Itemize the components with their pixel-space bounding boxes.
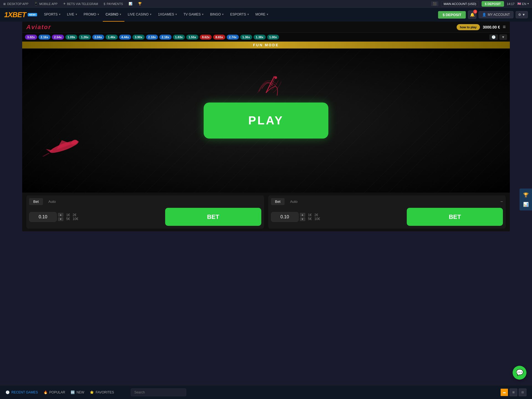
multiplier-badge[interactable]: 3.90x [132, 35, 145, 40]
trophy-icon: 🏆 [138, 2, 142, 6]
bet-tab-2[interactable]: Bet [271, 198, 285, 205]
settings-button[interactable]: ⚙ ▼ [516, 11, 528, 18]
telegram-link[interactable]: ✈ BETS VIA TELEGRAM [63, 2, 98, 6]
aviator-header: Aviator how to play 3000.00 € ≡ [22, 22, 510, 33]
topbar-right: ⬛ MAIN ACCOUNT (USD) DEPOSIT 14:17 🇬🇧 EN… [431, 1, 529, 7]
favorites-tab[interactable]: ⭐ FAVORITES [90, 390, 114, 394]
multiplier-badge[interactable]: 2.18x [159, 35, 172, 40]
play-button[interactable]: PLAY [204, 103, 328, 139]
preset-1e-2[interactable]: 1€ [308, 213, 312, 217]
chevron-down-icon: ▼ [97, 13, 99, 16]
multiplier-badge[interactable]: 2.74x [227, 35, 239, 40]
mobile-app-link[interactable]: 📱 MOBILE APP [34, 2, 58, 6]
menu-icon[interactable]: ≡ [503, 24, 506, 30]
grid-view-2-btn[interactable]: ⊞ [510, 388, 517, 396]
nav-esports[interactable]: ESPORTS ▼ [227, 8, 252, 22]
nav-casino[interactable]: CASINO ▼ [103, 8, 124, 22]
game-canvas: PLAY [22, 48, 510, 193]
bet-tab-1[interactable]: Bet [29, 198, 43, 205]
expand-button[interactable]: ▼ [499, 34, 507, 40]
remove-panel-icon[interactable]: − [500, 199, 503, 204]
how-to-play-button[interactable]: how to play [457, 24, 480, 30]
nav-more[interactable]: MORE ▼ [253, 8, 272, 22]
multiplier-badge[interactable]: 4.44x [119, 35, 131, 40]
multiplier-badge[interactable]: 1.36x [240, 35, 252, 40]
right-panel-trophy-btn[interactable]: 🏆 [522, 191, 530, 199]
bet-increase-1[interactable]: ▲ [58, 213, 63, 217]
nav-tv-games[interactable]: TV GAMES ▼ [181, 8, 207, 22]
multiplier-badge[interactable]: 1.55x [186, 35, 198, 40]
aviator-logo: Aviator [26, 24, 51, 31]
notification-button[interactable]: 🔔 1 [468, 11, 476, 19]
nav-live-casino[interactable]: LIVE CASINO ▼ [125, 8, 155, 22]
nav-live[interactable]: LIVE ▼ [64, 8, 80, 22]
bet-amount-input-1[interactable]: 0.10 [29, 212, 57, 222]
bet-button-2[interactable]: BET [407, 208, 503, 226]
payments-link[interactable]: $ PAYMENTS [104, 2, 123, 6]
trophy-link[interactable]: 🏆 [138, 2, 142, 6]
popular-label: POPULAR [49, 390, 65, 394]
multiplier-badge[interactable]: 8.62x [200, 35, 212, 40]
multiplier-badge[interactable]: 1.38x [254, 35, 266, 40]
auto-tab-2[interactable]: Auto [286, 198, 302, 205]
new-tab[interactable]: 🆕 NEW [71, 390, 84, 394]
chevron-down-icon: ▼ [175, 13, 177, 16]
account-balance-display[interactable]: MAIN ACCOUNT (USD) [441, 1, 479, 7]
qr-button[interactable]: ⬛ [431, 1, 438, 6]
telegram-icon: ✈ [63, 2, 66, 6]
multiplier-badge[interactable]: 2.16x [39, 35, 51, 40]
multiplier-badge[interactable]: 2.04x [92, 35, 104, 40]
multiplier-badge[interactable]: 8.65x [213, 35, 225, 40]
popular-tab[interactable]: 🔥 POPULAR [44, 390, 65, 394]
fun-mode-banner: FUN MODE [22, 42, 510, 48]
multiplier-badge[interactable]: 1.83x [173, 35, 185, 40]
multiplier-badge[interactable]: 2.18x [146, 35, 158, 40]
preset-1e-1[interactable]: 1€ [66, 213, 70, 217]
right-panel-stats-btn[interactable]: 📊 [522, 200, 530, 208]
logo-wrapper[interactable]: 1XBET NEW! [4, 11, 37, 19]
nav-sports[interactable]: SPORTS ▼ [41, 8, 64, 22]
clock-icon: 🕐 [6, 390, 10, 394]
bet-section-2: Bet Auto − 0.10 ▲ ▼ 1€ 2€ [268, 195, 506, 229]
deposit-button[interactable]: DEPOSIT [482, 1, 504, 7]
multiplier-badge[interactable]: 2.54x [52, 35, 64, 40]
recent-games-tab[interactable]: 🕐 RECENT GAMES [6, 390, 38, 394]
bet-preset-row-2: 5€ 10€ [66, 217, 162, 221]
preset-10e-2[interactable]: 10€ [314, 217, 320, 221]
multiplier-badge[interactable]: 1.26x [79, 35, 91, 40]
chat-button[interactable]: 💬 [513, 366, 526, 380]
view-toggle-group: ▬ ⊞ ⊟ [500, 388, 526, 396]
search-input[interactable] [131, 388, 186, 396]
bottom-bar: 🕐 RECENT GAMES 🔥 POPULAR 🆕 NEW ⭐ FAVORIT… [0, 385, 532, 399]
multiplier-badge[interactable]: 3.02x [25, 35, 37, 40]
fire-icon: 🔥 [44, 390, 48, 394]
multiplier-badge[interactable]: 1.00x [267, 35, 279, 40]
list-view-btn[interactable]: ▬ [500, 388, 508, 396]
desktop-app-link[interactable]: 🖥 DESKTOP APP [3, 2, 29, 6]
language-selector[interactable]: 🇬🇧 EN ▼ [517, 2, 529, 6]
nav-bingo[interactable]: BINGO ▼ [207, 8, 227, 22]
star-icon: ⭐ [90, 390, 94, 394]
deposit-btn[interactable]: DEPOSIT [438, 11, 466, 19]
main-nav: SPORTS ▼ LIVE ▼ PROMO ▼ CASINO ▼ LIVE CA… [41, 8, 272, 22]
preset-5e-1[interactable]: 5€ [66, 217, 70, 221]
bet-amount-input-2[interactable]: 0.10 [271, 212, 299, 222]
my-account-button[interactable]: 👤 MY ACCOUNT [479, 11, 513, 18]
grid-view-3-btn[interactable]: ⊟ [519, 388, 526, 396]
preset-2e-1[interactable]: 2€ [73, 213, 76, 217]
bet-button-1[interactable]: BET [165, 208, 261, 226]
nav-1xgames[interactable]: 1XGAMES ▼ [155, 8, 180, 22]
preset-10e-1[interactable]: 10€ [73, 217, 78, 221]
bet-increase-2[interactable]: ▲ [300, 213, 305, 217]
chart-link[interactable]: 📊 [129, 2, 132, 6]
nav-promo[interactable]: PROMO ▼ [81, 8, 102, 22]
bet-controls-2: 0.10 ▲ ▼ 1€ 2€ 5€ 10€ BET [271, 208, 503, 226]
auto-tab-1[interactable]: Auto [44, 198, 60, 205]
multiplier-badge[interactable]: 1.09x [65, 35, 78, 40]
preset-5e-2[interactable]: 5€ [308, 217, 312, 221]
preset-2e-2[interactable]: 2€ [314, 213, 318, 217]
multiplier-badge[interactable]: 1.46x [106, 35, 118, 40]
bet-decrease-1[interactable]: ▼ [58, 217, 63, 221]
bet-decrease-2[interactable]: ▼ [300, 217, 305, 221]
history-button[interactable]: 🕐 [489, 34, 498, 40]
